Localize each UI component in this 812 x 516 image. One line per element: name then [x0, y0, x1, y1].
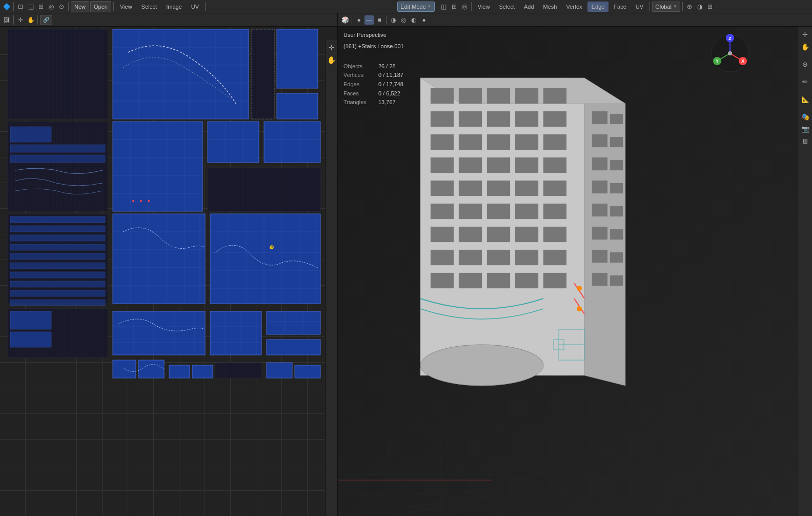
faces-label: Faces [343, 89, 374, 98]
separator5 [437, 2, 437, 11]
move-tool[interactable]: ✋ [800, 41, 811, 52]
svg-rect-336 [515, 157, 538, 173]
view-icon[interactable]: ◫ [26, 2, 35, 11]
viewport-shade-solid[interactable]: ◑ [389, 15, 398, 25]
svg-rect-354 [459, 250, 482, 265]
svg-rect-373 [592, 227, 607, 240]
svg-rect-351 [515, 227, 538, 242]
open-button[interactable]: Open [90, 1, 111, 12]
render-region-icon[interactable]: 🖥 [800, 135, 811, 147]
edge-tab[interactable]: Edge [587, 2, 609, 12]
viewport-shade-wireframe[interactable]: ◎ [399, 15, 408, 25]
triangles-label: Triangles [343, 98, 374, 107]
svg-rect-370 [610, 183, 623, 193]
uv-cursor-icon[interactable]: ✛ [16, 15, 25, 25]
uv-move-icon[interactable]: ✋ [26, 15, 35, 25]
3d-edge-mode-icon[interactable]: — [364, 15, 374, 25]
uv-sync-toggle[interactable]: 🔗 [40, 15, 52, 25]
image-tab[interactable]: Image [162, 2, 186, 12]
mesh-tab[interactable]: Mesh [539, 2, 561, 12]
add-tab[interactable]: Add [520, 2, 538, 12]
uv-label-left: UV [191, 4, 199, 10]
viewport-perspective-label: User Perspective [343, 31, 404, 40]
3d-face-mode-icon[interactable]: ■ [375, 15, 384, 25]
svg-rect-352 [543, 227, 566, 242]
gizmo-toggle-icon[interactable]: ⊕ [685, 2, 694, 11]
viewport-shading-icon[interactable]: ◑ [695, 2, 704, 11]
svg-rect-189 [10, 235, 105, 241]
svg-point-146 [132, 200, 134, 202]
select-tab-left[interactable]: Select [137, 2, 161, 12]
navigation-gizmo[interactable]: Z X Y [709, 33, 750, 74]
svg-line-298 [338, 454, 492, 516]
svg-rect-283 [215, 363, 261, 378]
svg-rect-274 [267, 311, 320, 334]
svg-rect-357 [543, 250, 566, 265]
sep-uv1 [13, 15, 14, 25]
svg-rect-376 [610, 252, 623, 263]
svg-rect-0 [8, 29, 108, 119]
svg-rect-196 [10, 300, 105, 306]
view-tab-left[interactable]: View [116, 2, 136, 12]
blender-logo-icon[interactable]: 🔷 [2, 2, 11, 11]
svg-rect-278 [267, 340, 320, 355]
new-label: New [74, 4, 86, 10]
annotate-tool[interactable]: ✏ [800, 76, 811, 87]
svg-rect-344 [459, 204, 482, 219]
face-tab[interactable]: Face [610, 2, 630, 12]
svg-rect-350 [487, 227, 510, 242]
svg-rect-358 [431, 273, 454, 288]
3d-vertex-mode-icon[interactable]: ● [354, 15, 363, 25]
uv-tab-left[interactable]: UV [187, 2, 203, 12]
svg-rect-323 [431, 111, 454, 127]
new-button[interactable]: New [71, 1, 89, 12]
separator6 [471, 2, 472, 11]
svg-rect-207 [210, 214, 320, 304]
svg-rect-325 [487, 111, 510, 127]
viewport-shade-material[interactable]: ◐ [409, 15, 418, 25]
svg-rect-259 [10, 311, 51, 329]
view-label-left: View [120, 4, 132, 10]
uv-viewport[interactable]: ✛ ✋ [0, 27, 337, 516]
uv-hand-tool[interactable]: ✋ [326, 54, 337, 66]
svg-point-383 [577, 306, 582, 311]
triangles-value: 13,767 [378, 98, 396, 107]
select-tab-right[interactable]: Select [495, 2, 519, 12]
overlay-icon[interactable]: ⊞ [36, 2, 46, 11]
cursor-tool[interactable]: ✛ [800, 29, 811, 40]
snap-icon2[interactable]: ◎ [460, 2, 469, 11]
svg-rect-341 [515, 181, 538, 196]
svg-rect-371 [592, 204, 607, 216]
transform-tool[interactable]: ⊕ [800, 58, 811, 70]
edit-mode-dropdown[interactable]: Edit Mode ▼ [397, 2, 434, 12]
view-tab-right[interactable]: View [474, 2, 494, 12]
camera-view-icon[interactable]: 📷 [800, 123, 811, 134]
svg-line-300 [441, 434, 492, 516]
overlay-icon2[interactable]: ⊞ [450, 2, 459, 11]
svg-rect-329 [459, 134, 482, 150]
viewport-shade-rendered[interactable]: ● [419, 15, 429, 25]
svg-rect-324 [459, 111, 482, 127]
uv-label-right: UV [636, 4, 643, 10]
measure-tool[interactable]: 📐 [800, 93, 811, 105]
uv-editor-type-icon[interactable]: 🖼 [2, 15, 11, 25]
scene-view-icon[interactable]: 🎭 [800, 111, 811, 122]
vertex-tab[interactable]: Vertex [562, 2, 586, 12]
view-mode-icon2[interactable]: ◫ [439, 2, 449, 11]
3d-editor-type-icon[interactable]: 🎲 [340, 15, 350, 25]
3d-viewport[interactable]: User Perspective (161) +Stairs Loose.001… [338, 27, 812, 516]
global-dropdown[interactable]: Global ▼ [652, 2, 680, 12]
svg-rect-281 [169, 365, 190, 378]
uv-tab-right[interactable]: UV [632, 2, 647, 12]
object-mode-icon[interactable]: ⊡ [16, 2, 25, 11]
proportional-icon[interactable]: ⊙ [57, 2, 66, 11]
svg-rect-187 [10, 216, 105, 223]
separator8 [682, 2, 683, 11]
svg-rect-363 [592, 111, 607, 124]
overlay-toggle-icon[interactable]: ⊞ [705, 2, 715, 11]
snap-icon[interactable]: ◎ [47, 2, 56, 11]
view-label-right: View [478, 4, 490, 10]
sep-uv2 [37, 15, 38, 25]
svg-rect-366 [610, 137, 623, 147]
uv-cursor-tool[interactable]: ✛ [326, 42, 337, 53]
